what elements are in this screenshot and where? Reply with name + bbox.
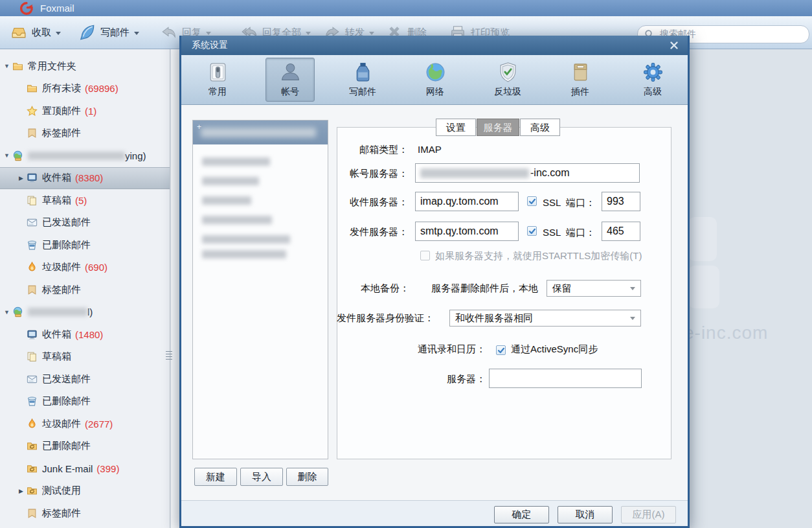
sidebar-item-deleted-sync[interactable]: 已删除邮件 xyxy=(0,435,170,458)
splitter-grip[interactable] xyxy=(166,351,172,360)
sidebar-item-all-unread[interactable]: 所有未读 (69896) xyxy=(0,78,170,100)
dialog-titlebar[interactable]: 系统设置 xyxy=(179,36,690,55)
foxmail-logo-icon xyxy=(19,1,34,16)
account-server-field[interactable]: -inc.com xyxy=(415,163,640,183)
receive-button[interactable]: 收取 xyxy=(10,21,61,43)
tab-label: 反垃圾 xyxy=(494,86,521,98)
redacted-list-item[interactable] xyxy=(202,235,290,244)
tab-label: 写邮件 xyxy=(349,86,376,98)
dropdown-arrow-icon[interactable] xyxy=(306,32,311,35)
dialog-close-button[interactable] xyxy=(666,38,682,52)
tab-advanced[interactable]: 高级 xyxy=(628,58,677,102)
sidebar-item-tagged-1[interactable]: 标签邮件 xyxy=(0,279,170,301)
outgoing-port-field[interactable]: 465 xyxy=(602,222,640,241)
folder-label: 已发送邮件 xyxy=(42,373,91,385)
tab-accounts[interactable]: 帐号 xyxy=(265,58,315,102)
account-list-item-selected[interactable]: + xyxy=(193,121,328,144)
star-icon xyxy=(27,106,38,117)
plugin-box-icon xyxy=(570,62,591,83)
outgoing-server-field[interactable]: smtp.qy.tom.com xyxy=(415,222,519,241)
new-account-button[interactable]: 新建 xyxy=(194,468,237,486)
account-label-suffix: ying) xyxy=(125,150,146,161)
outgoing-port-value: 465 xyxy=(607,225,624,237)
sync-folder-icon xyxy=(27,441,38,452)
sidebar-item-deleted-2[interactable]: 已删除邮件 xyxy=(0,391,170,413)
import-account-button[interactable]: 导入 xyxy=(240,468,283,486)
tab-network[interactable]: 网络 xyxy=(411,58,460,102)
sidebar-item-spam-1[interactable]: 垃圾邮件 (690) xyxy=(0,257,170,279)
chevron-down-icon[interactable] xyxy=(1,152,12,159)
folder-label: 草稿箱 xyxy=(42,350,71,363)
ok-button[interactable]: 确定 xyxy=(494,506,549,523)
sidebar-item-inbox-2[interactable]: 收件箱 (1480) xyxy=(0,323,170,346)
sidebar-item-deleted-1[interactable]: 已删除邮件 xyxy=(0,234,170,257)
tab-general[interactable]: 常用 xyxy=(193,58,242,102)
chevron-down-icon[interactable] xyxy=(1,63,12,69)
redacted-list-item[interactable] xyxy=(202,196,251,205)
delete-account-button[interactable]: 删除 xyxy=(286,468,328,486)
sidebar-item-test-use[interactable]: 测试使用 xyxy=(0,480,170,503)
activesync-checkbox[interactable] xyxy=(496,345,506,355)
tab-plugins[interactable]: 插件 xyxy=(556,58,605,102)
unread-count: (8380) xyxy=(75,172,103,183)
compose-button[interactable]: 写邮件 xyxy=(79,21,139,43)
sidebar-item-drafts-1[interactable]: 草稿箱 (5) xyxy=(0,189,170,212)
folder-label: 已删除邮件 xyxy=(42,239,91,251)
tab-label: 常用 xyxy=(209,86,227,98)
chevron-down-icon[interactable] xyxy=(1,309,12,316)
compose-label: 写邮件 xyxy=(100,27,130,39)
starttls-checkbox[interactable] xyxy=(420,251,430,260)
outgoing-ssl-checkbox[interactable] xyxy=(527,226,537,236)
dropdown-arrow-icon[interactable] xyxy=(134,32,139,35)
sidebar-item-inbox-1[interactable]: 收件箱 (8380) xyxy=(0,167,170,190)
dialog-footer: 确定 取消 应用(A) xyxy=(179,500,690,528)
sync-folder-icon xyxy=(27,485,38,496)
sidebar-item-tagged-2[interactable]: 标签邮件 xyxy=(0,502,170,525)
sidebar-item-sent-1[interactable]: 已发送邮件 xyxy=(0,212,170,235)
folder-label: 置顶邮件 xyxy=(42,105,81,117)
trash-icon xyxy=(27,240,38,251)
tab-account-settings[interactable]: 设置 xyxy=(436,119,476,136)
sidebar-item-account-2[interactable]: l) xyxy=(0,301,170,324)
incoming-server-field[interactable]: imap.qy.tom.com xyxy=(415,192,519,211)
redacted-list-item[interactable] xyxy=(202,177,259,185)
smtp-auth-select[interactable]: 和收件服务器相同 xyxy=(449,310,641,327)
dropdown-arrow-icon[interactable] xyxy=(369,32,374,35)
sidebar-item-pinned[interactable]: 置顶邮件 (1) xyxy=(0,100,170,122)
sidebar-item-tagged[interactable]: 标签邮件 xyxy=(0,122,170,145)
redacted-account-name xyxy=(28,308,87,316)
sync-server-field[interactable] xyxy=(489,369,642,388)
chevron-down-icon xyxy=(630,317,635,320)
incoming-port-field[interactable]: 993 xyxy=(602,192,640,211)
redacted-list-item[interactable] xyxy=(202,157,270,166)
sidebar-item-junk[interactable]: Junk E-mail (399) xyxy=(0,457,170,480)
incoming-ssl-checkbox[interactable] xyxy=(527,196,537,206)
redacted-list-item[interactable] xyxy=(202,250,286,258)
sidebar-item-account-1[interactable]: ying) xyxy=(0,144,170,167)
redacted-text xyxy=(420,168,529,178)
account-icon xyxy=(12,306,23,317)
tab-account-advanced[interactable]: 高级 xyxy=(520,119,560,136)
check-icon xyxy=(497,347,505,354)
apply-button: 应用(A) xyxy=(621,506,676,523)
sidebar-item-drafts-2[interactable]: 草稿箱 xyxy=(0,346,170,369)
sidebar-item-spam-2[interactable]: 垃圾邮件 (2677) xyxy=(0,413,170,435)
chevron-right-icon[interactable] xyxy=(16,488,27,494)
folder-label: 已发送邮件 xyxy=(42,216,91,229)
cancel-button[interactable]: 取消 xyxy=(558,506,613,523)
dropdown-arrow-icon[interactable] xyxy=(56,32,61,35)
sidebar-item-common-folders[interactable]: 常用文件夹 xyxy=(0,55,170,78)
starttls-label: 如果服务器支持，就使用STARTTLS加密传输(T) xyxy=(435,250,642,262)
sidebar-item-sent-2[interactable]: 已发送邮件 xyxy=(0,368,170,391)
dropdown-arrow-icon[interactable] xyxy=(206,32,211,35)
tab-antispam[interactable]: 反垃圾 xyxy=(483,58,532,102)
dialog-title: 系统设置 xyxy=(192,40,228,51)
chevron-right-icon[interactable] xyxy=(16,175,27,181)
chevron-down-icon xyxy=(630,287,635,290)
tab-account-server[interactable]: 服务器 xyxy=(477,119,519,136)
folder-sidebar: 常用文件夹 所有未读 (69896) 置顶邮件 (1) 标签邮件 ying) xyxy=(0,49,170,528)
tab-compose[interactable]: 写邮件 xyxy=(338,58,387,102)
redacted-list-item[interactable] xyxy=(202,216,272,224)
local-backup-select[interactable]: 保留 xyxy=(547,280,641,297)
contacts-calendar-label: 通讯录和日历： xyxy=(408,343,486,356)
